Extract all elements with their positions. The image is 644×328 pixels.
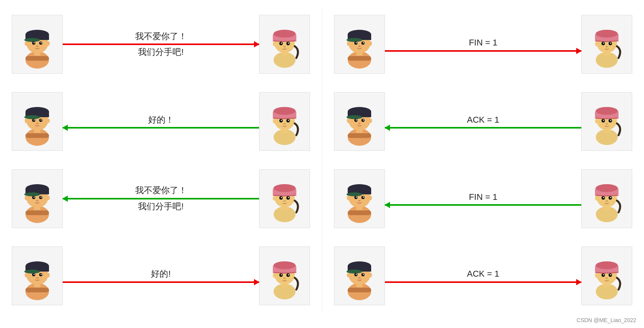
svg-point-103: [273, 273, 276, 278]
arrow-left-r3: [385, 204, 581, 206]
arrow-label-r2: ACK = 1: [467, 114, 499, 126]
svg-point-129: [595, 42, 598, 46]
arrow-label-r3: FIN = 1: [469, 192, 497, 203]
svg-point-13: [47, 41, 50, 46]
svg-point-166: [363, 196, 364, 198]
svg-point-178: [603, 197, 604, 198]
arrow-right-1: [63, 43, 259, 45]
boy-character-r1: [334, 15, 385, 74]
svg-point-9: [34, 42, 35, 43]
boy-character-r2: [334, 92, 385, 151]
arrow-right-4: [63, 281, 259, 283]
svg-point-50: [283, 123, 286, 125]
svg-point-195: [369, 273, 372, 277]
svg-point-97: [274, 261, 296, 269]
svg-point-88: [41, 274, 42, 275]
svg-point-152: [603, 120, 604, 121]
svg-point-191: [356, 274, 357, 275]
svg-point-12: [25, 41, 28, 46]
svg-point-74: [281, 197, 282, 198]
arrow-area-r4: ACK = 1: [385, 268, 581, 283]
svg-point-139: [356, 120, 357, 121]
svg-point-24: [283, 46, 286, 47]
svg-rect-27: [25, 133, 49, 138]
svg-rect-79: [25, 288, 49, 292]
svg-rect-105: [348, 56, 371, 61]
girl-character-r2: [581, 92, 632, 151]
svg-point-175: [596, 184, 618, 192]
svg-point-180: [606, 200, 608, 202]
arrow-left-r2: [385, 127, 581, 129]
svg-point-206: [606, 277, 608, 279]
svg-point-123: [596, 30, 618, 38]
svg-rect-1: [25, 56, 49, 61]
svg-point-71: [274, 184, 296, 192]
svg-point-192: [363, 274, 364, 275]
arrow-label-4a: 好的!: [151, 268, 171, 280]
girl-character-r3: [581, 169, 632, 228]
boy-character-r4: [334, 246, 385, 305]
boy-character-1: [12, 15, 63, 74]
boy-character-2: [12, 92, 63, 151]
arrow-line-r2: [385, 127, 581, 129]
arrow-area-4: 好的!: [63, 268, 259, 283]
arrow-line-r3: [385, 204, 581, 206]
arrow-line-4: [63, 281, 259, 283]
svg-point-201: [596, 261, 618, 269]
svg-point-39: [47, 118, 50, 123]
arrow-line-2: [63, 127, 259, 129]
footer-credit: CSDN @ME_Liao_2022: [577, 317, 636, 323]
svg-point-165: [356, 196, 357, 198]
svg-point-179: [610, 197, 611, 198]
arrow-label-r1: FIN = 1: [469, 37, 497, 49]
svg-point-35: [34, 120, 35, 121]
svg-point-155: [595, 119, 598, 123]
svg-point-91: [47, 273, 50, 277]
svg-point-149: [596, 107, 618, 115]
svg-point-169: [369, 196, 372, 200]
svg-point-77: [273, 196, 276, 201]
right-row-2: ACK = 1: [334, 85, 632, 158]
svg-point-153: [610, 120, 611, 121]
arrow-line-r4: [385, 281, 581, 283]
arrow-area-r2: ACK = 1: [385, 114, 581, 129]
svg-point-142: [347, 118, 350, 123]
svg-point-65: [47, 196, 50, 200]
arrow-line-r1: [385, 50, 581, 52]
arrow-label-r4: ACK = 1: [467, 268, 499, 280]
svg-point-87: [34, 274, 35, 275]
svg-point-117: [369, 41, 372, 46]
svg-point-126: [603, 43, 604, 44]
svg-point-116: [347, 41, 350, 46]
boy-character-r3: [334, 169, 385, 228]
svg-point-61: [34, 196, 35, 198]
svg-point-90: [25, 273, 28, 277]
arrow-label-1b: 我们分手吧!: [138, 47, 183, 58]
svg-point-25: [273, 42, 276, 46]
arrow-area-1: 我不爱你了！ 我们分手吧!: [63, 31, 259, 58]
right-row-4: ACK = 1: [334, 239, 632, 312]
arrow-area-2: 好的！: [63, 114, 259, 129]
arrow-right-r1: [385, 50, 581, 52]
svg-point-143: [369, 118, 372, 123]
girl-character-2: [259, 92, 310, 151]
left-row-1: 我不爱你了！ 我们分手吧!: [12, 8, 310, 81]
svg-point-204: [603, 274, 604, 275]
svg-point-140: [363, 120, 364, 121]
svg-point-63: [36, 200, 38, 201]
svg-point-154: [606, 123, 608, 125]
svg-point-89: [36, 277, 38, 279]
arrow-left-3: [63, 198, 259, 199]
left-panel: 我不爱你了！ 我们分手吧!: [12, 8, 322, 312]
left-row-2: 好的！: [12, 85, 310, 158]
svg-point-181: [595, 196, 598, 201]
boy-character-4: [12, 246, 63, 305]
svg-point-51: [273, 119, 276, 123]
svg-rect-53: [25, 210, 49, 215]
svg-point-115: [358, 45, 361, 47]
left-row-4: 好的!: [12, 239, 310, 312]
arrow-label-3b: 我们分手吧!: [138, 201, 183, 212]
svg-point-114: [363, 42, 364, 43]
svg-point-128: [606, 46, 608, 47]
boy-character-3: [12, 169, 63, 228]
